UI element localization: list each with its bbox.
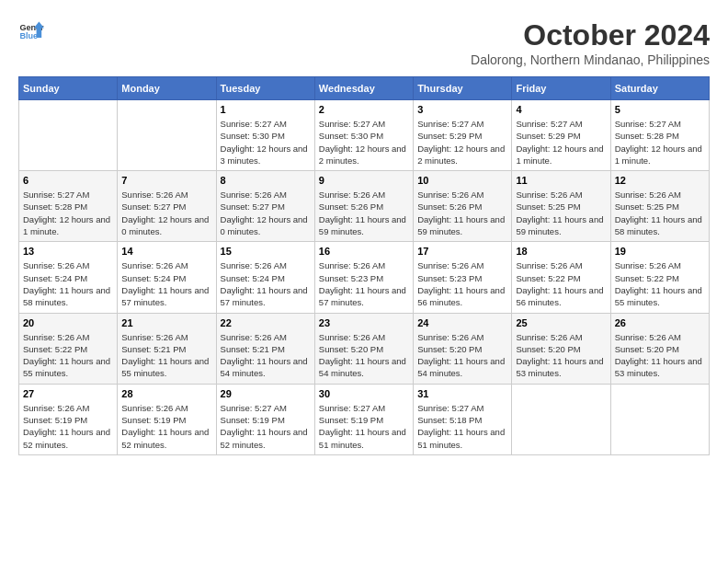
day-number: 28 [121, 388, 211, 399]
day-info: Sunrise: 5:27 AM Sunset: 5:30 PM Dayligh… [221, 118, 311, 167]
calendar-cell: 22Sunrise: 5:26 AM Sunset: 5:21 PM Dayli… [216, 313, 314, 384]
day-info: Sunrise: 5:26 AM Sunset: 5:23 PM Dayligh… [319, 259, 409, 308]
day-number: 11 [516, 175, 606, 186]
day-info: Sunrise: 5:26 AM Sunset: 5:20 PM Dayligh… [615, 331, 705, 380]
calendar-cell: 7Sunrise: 5:26 AM Sunset: 5:27 PM Daylig… [118, 171, 216, 242]
calendar-cell: 15Sunrise: 5:26 AM Sunset: 5:24 PM Dayli… [216, 242, 314, 313]
day-info: Sunrise: 5:26 AM Sunset: 5:23 PM Dayligh… [417, 259, 507, 308]
day-number: 25 [516, 317, 606, 328]
day-info: Sunrise: 5:26 AM Sunset: 5:24 PM Dayligh… [121, 259, 211, 308]
day-info: Sunrise: 5:27 AM Sunset: 5:29 PM Dayligh… [516, 118, 606, 167]
day-number: 31 [417, 388, 507, 399]
calendar-cell [610, 384, 709, 454]
day-number: 1 [221, 104, 311, 115]
day-info: Sunrise: 5:26 AM Sunset: 5:22 PM Dayligh… [23, 331, 113, 380]
day-info: Sunrise: 5:26 AM Sunset: 5:20 PM Dayligh… [516, 331, 606, 380]
calendar-cell: 14Sunrise: 5:26 AM Sunset: 5:24 PM Dayli… [118, 242, 216, 313]
day-info: Sunrise: 5:27 AM Sunset: 5:19 PM Dayligh… [319, 402, 409, 451]
calendar-cell [118, 100, 216, 171]
calendar-cell: 24Sunrise: 5:26 AM Sunset: 5:20 PM Dayli… [414, 313, 512, 384]
svg-text:Blue: Blue [19, 31, 38, 40]
day-number: 3 [417, 104, 507, 115]
day-info: Sunrise: 5:26 AM Sunset: 5:22 PM Dayligh… [615, 259, 705, 308]
calendar-cell: 19Sunrise: 5:26 AM Sunset: 5:22 PM Dayli… [610, 242, 709, 313]
calendar-cell: 2Sunrise: 5:27 AM Sunset: 5:30 PM Daylig… [314, 100, 413, 171]
day-number: 10 [417, 175, 507, 186]
calendar-cell: 16Sunrise: 5:26 AM Sunset: 5:23 PM Dayli… [314, 242, 413, 313]
calendar-cell [512, 384, 610, 454]
day-info: Sunrise: 5:27 AM Sunset: 5:28 PM Dayligh… [615, 118, 705, 167]
calendar-cell: 6Sunrise: 5:27 AM Sunset: 5:28 PM Daylig… [19, 171, 118, 242]
calendar-cell [19, 100, 118, 171]
calendar-cell: 17Sunrise: 5:26 AM Sunset: 5:23 PM Dayli… [414, 242, 512, 313]
calendar-table: SundayMondayTuesdayWednesdayThursdayFrid… [18, 76, 710, 455]
page-header: General Blue October 2024 Dalorong, Nort… [18, 18, 710, 67]
calendar-cell: 1Sunrise: 5:27 AM Sunset: 5:30 PM Daylig… [216, 100, 314, 171]
weekday-header: Sunday [19, 77, 118, 100]
day-info: Sunrise: 5:26 AM Sunset: 5:25 PM Dayligh… [516, 189, 606, 237]
day-number: 17 [417, 246, 507, 257]
calendar-cell: 20Sunrise: 5:26 AM Sunset: 5:22 PM Dayli… [19, 313, 118, 384]
day-number: 9 [319, 175, 409, 186]
calendar-cell: 23Sunrise: 5:26 AM Sunset: 5:20 PM Dayli… [314, 313, 413, 384]
day-number: 23 [319, 317, 409, 328]
day-info: Sunrise: 5:26 AM Sunset: 5:19 PM Dayligh… [23, 402, 113, 451]
day-info: Sunrise: 5:26 AM Sunset: 5:27 PM Dayligh… [121, 189, 211, 237]
location-subtitle: Dalorong, Northern Mindanao, Philippines [471, 52, 710, 67]
day-info: Sunrise: 5:27 AM Sunset: 5:30 PM Dayligh… [319, 118, 409, 167]
day-info: Sunrise: 5:26 AM Sunset: 5:21 PM Dayligh… [221, 331, 311, 380]
day-info: Sunrise: 5:26 AM Sunset: 5:26 PM Dayligh… [417, 189, 507, 237]
day-number: 21 [121, 317, 211, 328]
weekday-header: Thursday [414, 77, 512, 100]
day-info: Sunrise: 5:26 AM Sunset: 5:19 PM Dayligh… [121, 402, 211, 451]
calendar-cell: 12Sunrise: 5:26 AM Sunset: 5:25 PM Dayli… [610, 171, 709, 242]
calendar-cell: 8Sunrise: 5:26 AM Sunset: 5:27 PM Daylig… [216, 171, 314, 242]
day-info: Sunrise: 5:26 AM Sunset: 5:20 PM Dayligh… [319, 331, 409, 380]
calendar-cell: 21Sunrise: 5:26 AM Sunset: 5:21 PM Dayli… [118, 313, 216, 384]
day-number: 6 [23, 175, 113, 186]
day-info: Sunrise: 5:27 AM Sunset: 5:19 PM Dayligh… [221, 402, 311, 451]
day-info: Sunrise: 5:26 AM Sunset: 5:24 PM Dayligh… [23, 259, 113, 308]
day-number: 24 [417, 317, 507, 328]
day-info: Sunrise: 5:27 AM Sunset: 5:28 PM Dayligh… [23, 189, 113, 237]
day-number: 2 [319, 104, 409, 115]
weekday-header: Monday [118, 77, 216, 100]
calendar-cell: 30Sunrise: 5:27 AM Sunset: 5:19 PM Dayli… [314, 384, 413, 454]
day-number: 22 [221, 317, 311, 328]
calendar-cell: 9Sunrise: 5:26 AM Sunset: 5:26 PM Daylig… [314, 171, 413, 242]
day-number: 14 [121, 246, 211, 257]
weekday-header: Saturday [610, 77, 709, 100]
calendar-header-row: SundayMondayTuesdayWednesdayThursdayFrid… [19, 77, 710, 100]
calendar-week-row: 13Sunrise: 5:26 AM Sunset: 5:24 PM Dayli… [19, 242, 710, 313]
day-info: Sunrise: 5:26 AM Sunset: 5:21 PM Dayligh… [121, 331, 211, 380]
calendar-cell: 18Sunrise: 5:26 AM Sunset: 5:22 PM Dayli… [512, 242, 610, 313]
calendar-week-row: 1Sunrise: 5:27 AM Sunset: 5:30 PM Daylig… [19, 100, 710, 171]
calendar-cell: 10Sunrise: 5:26 AM Sunset: 5:26 PM Dayli… [414, 171, 512, 242]
day-info: Sunrise: 5:26 AM Sunset: 5:25 PM Dayligh… [615, 189, 705, 237]
weekday-header: Wednesday [314, 77, 413, 100]
weekday-header: Friday [512, 77, 610, 100]
day-info: Sunrise: 5:26 AM Sunset: 5:26 PM Dayligh… [319, 189, 409, 237]
day-number: 4 [516, 104, 606, 115]
day-number: 29 [221, 388, 311, 399]
calendar-cell: 31Sunrise: 5:27 AM Sunset: 5:18 PM Dayli… [414, 384, 512, 454]
month-year-title: October 2024 [471, 18, 710, 52]
calendar-week-row: 6Sunrise: 5:27 AM Sunset: 5:28 PM Daylig… [19, 171, 710, 242]
day-number: 16 [319, 246, 409, 257]
calendar-cell: 25Sunrise: 5:26 AM Sunset: 5:20 PM Dayli… [512, 313, 610, 384]
calendar-cell: 13Sunrise: 5:26 AM Sunset: 5:24 PM Dayli… [19, 242, 118, 313]
calendar-cell: 3Sunrise: 5:27 AM Sunset: 5:29 PM Daylig… [414, 100, 512, 171]
day-number: 15 [221, 246, 311, 257]
day-number: 19 [615, 246, 705, 257]
calendar-cell: 28Sunrise: 5:26 AM Sunset: 5:19 PM Dayli… [118, 384, 216, 454]
day-info: Sunrise: 5:27 AM Sunset: 5:29 PM Dayligh… [417, 118, 507, 167]
day-info: Sunrise: 5:27 AM Sunset: 5:18 PM Dayligh… [417, 402, 507, 451]
day-number: 12 [615, 175, 705, 186]
day-info: Sunrise: 5:26 AM Sunset: 5:27 PM Dayligh… [221, 189, 311, 237]
day-number: 26 [615, 317, 705, 328]
calendar-week-row: 20Sunrise: 5:26 AM Sunset: 5:22 PM Dayli… [19, 313, 710, 384]
day-info: Sunrise: 5:26 AM Sunset: 5:20 PM Dayligh… [417, 331, 507, 380]
day-number: 27 [23, 388, 113, 399]
calendar-cell: 5Sunrise: 5:27 AM Sunset: 5:28 PM Daylig… [610, 100, 709, 171]
calendar-cell: 4Sunrise: 5:27 AM Sunset: 5:29 PM Daylig… [512, 100, 610, 171]
